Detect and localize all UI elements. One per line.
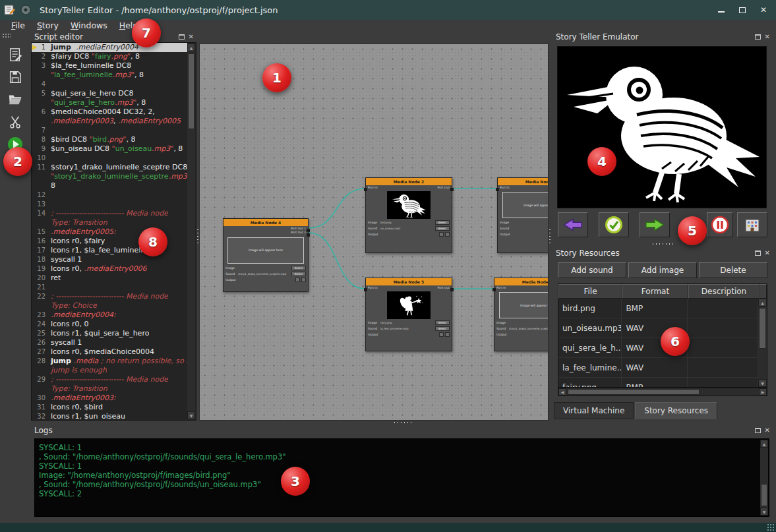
- scroll-up-icon[interactable]: ▲: [758, 299, 767, 307]
- media-node[interactable]: Media Node 4Port Out 1Port Out 2Image wi…: [223, 218, 309, 292]
- node-action-icon[interactable]: [439, 332, 444, 337]
- scroll-left-icon[interactable]: ◀: [558, 388, 566, 396]
- code-line[interactable]: 8$bird DC8 "bird.png", 8: [32, 135, 187, 144]
- close-icon[interactable]: ✕: [189, 34, 194, 40]
- code-line[interactable]: 31lcons r0, $bird: [32, 403, 187, 412]
- code-line[interactable]: 7: [32, 126, 187, 135]
- code-line[interactable]: 5$qui_sera_le_hero DC8: [32, 89, 187, 98]
- code-line[interactable]: 25lcons r1, $qui_sera_le_hero: [32, 329, 187, 338]
- code-line[interactable]: .mediaEntry0003, .mediaEntry0005: [32, 117, 187, 126]
- select-button[interactable]: Select: [435, 226, 450, 231]
- code-line[interactable]: 20ret: [32, 274, 187, 283]
- scrollbar-thumb[interactable]: [568, 389, 700, 395]
- scroll-down-icon[interactable]: ▼: [758, 379, 767, 387]
- code-line[interactable]: "qui_sera_le_hero.mp3", 8: [32, 98, 187, 107]
- float-icon[interactable]: [755, 251, 761, 256]
- scrollbar-thumb[interactable]: [759, 308, 766, 349]
- node-action-icon[interactable]: [445, 232, 450, 237]
- table-scrollbar[interactable]: ▲ ▼: [758, 299, 767, 387]
- maximize-button[interactable]: [734, 3, 751, 16]
- code-line[interactable]: 1jump .mediaEntry0004: [32, 43, 187, 52]
- dock-tab-story-resources[interactable]: Story Resources: [635, 402, 717, 419]
- scrollbar-thumb[interactable]: [761, 484, 767, 506]
- select-button[interactable]: Select: [291, 272, 306, 276]
- code-line[interactable]: jump is enough: [32, 366, 187, 375]
- input-port[interactable]: [496, 188, 499, 191]
- node-canvas[interactable]: Media Node 4Port Out 1Port Out 2Image wi…: [199, 44, 549, 421]
- open-button[interactable]: [6, 91, 24, 108]
- code-line[interactable]: "story1_drako_luminelle_sceptre.mp3",: [32, 172, 187, 181]
- input-port[interactable]: [364, 188, 367, 191]
- splitter-bottom-grip[interactable]: [393, 421, 413, 425]
- code-line[interactable]: 27lcons r0, $mediaChoice0004: [32, 347, 187, 357]
- code-line[interactable]: 6$mediaChoice0004 DC32, 2,: [32, 107, 187, 117]
- input-port[interactable]: [492, 288, 496, 291]
- code-line[interactable]: 8: [32, 181, 187, 191]
- column-header-file[interactable]: File: [558, 284, 622, 299]
- save-button[interactable]: [6, 69, 24, 86]
- code-line[interactable]: 30.mediaEntry0003:: [32, 394, 187, 403]
- output-port[interactable]: [450, 288, 454, 291]
- code-line[interactable]: 2$fairy DC8 "fairy.png", 8: [32, 52, 187, 61]
- scroll-up-icon[interactable]: ▲: [187, 44, 195, 51]
- media-node[interactable]: Media Node 5Port InPort OutImagefairy.pn…: [365, 278, 452, 351]
- code-line[interactable]: 3$la_fee_luminelle DC8: [32, 61, 187, 71]
- toolbar-handle[interactable]: [2, 33, 11, 38]
- code-line[interactable]: Type: Transition: [32, 384, 187, 394]
- code-line[interactable]: 21: [32, 283, 187, 292]
- column-header-format[interactable]: Format: [622, 284, 688, 299]
- editor-scrollbar[interactable]: ▲ ▼: [187, 44, 195, 419]
- code-line[interactable]: 11$story1_drako_luminelle_sceptre DC8: [32, 163, 187, 172]
- node-action-icon[interactable]: [439, 232, 444, 237]
- code-line[interactable]: 23.mediaEntry0004:: [32, 310, 187, 320]
- code-line[interactable]: 10: [32, 154, 187, 163]
- resource-row[interactable]: qui_sera_le_h...WAV: [558, 338, 758, 358]
- code-line[interactable]: 24lcons r0, 0: [32, 320, 187, 329]
- output-port[interactable]: [307, 233, 310, 237]
- resize-grip[interactable]: [767, 523, 774, 531]
- code-line[interactable]: 19lcons r0, .mediaEntry0006: [32, 264, 187, 274]
- home-building-button[interactable]: [737, 212, 767, 237]
- back-button[interactable]: [558, 212, 588, 237]
- media-node[interactable]: Media Node 6Port InImage will appear her…: [494, 278, 549, 351]
- logs-scrollbar[interactable]: ▲ ▼: [760, 440, 768, 516]
- node-action-icon[interactable]: [445, 332, 450, 337]
- new-script-button[interactable]: [6, 46, 24, 63]
- code-line[interactable]: 22; -------------------------- Media nod…: [32, 292, 187, 301]
- float-icon[interactable]: [755, 428, 761, 433]
- code-line[interactable]: "la_fee_luminelle.mp3", 8: [32, 71, 187, 80]
- close-icon[interactable]: ✕: [765, 427, 770, 434]
- output-port[interactable]: [307, 229, 310, 232]
- dock-splitter-grip[interactable]: [651, 243, 674, 246]
- cut-button[interactable]: [6, 113, 24, 131]
- pause-button[interactable]: [707, 212, 733, 237]
- resource-row[interactable]: fairy.pngBMP: [558, 378, 758, 387]
- code-line[interactable]: 28jump .media ; no return possible, so a: [32, 357, 187, 366]
- code-line[interactable]: 13: [32, 200, 187, 209]
- media-node[interactable]: Media Node 3Port InImage will appear her…: [497, 177, 549, 253]
- code-line[interactable]: 12: [32, 191, 187, 200]
- validate-button[interactable]: [599, 212, 629, 237]
- menu-windows[interactable]: Windows: [65, 20, 113, 32]
- column-header-description[interactable]: Description: [688, 284, 760, 299]
- node-action-icon[interactable]: [301, 278, 306, 282]
- scroll-down-icon[interactable]: ▼: [760, 508, 768, 516]
- menu-story[interactable]: Story: [31, 20, 65, 32]
- code-line[interactable]: Type: Transition: [32, 218, 187, 227]
- float-icon[interactable]: [179, 34, 185, 40]
- select-button[interactable]: Select: [435, 326, 450, 331]
- code-line[interactable]: 29; -------------------------- Media nod…: [32, 375, 187, 384]
- close-icon[interactable]: ✕: [765, 250, 770, 256]
- select-button[interactable]: Select: [435, 320, 450, 325]
- code-line[interactable]: 14; -------------------------- Media nod…: [32, 209, 187, 218]
- table-hscrollbar[interactable]: ◀ ▶: [558, 388, 767, 396]
- code-line[interactable]: 26syscall 1: [32, 338, 187, 347]
- logs-content[interactable]: SYSCALL: 1, Sound: "/home/anthony/ostpro…: [34, 438, 769, 517]
- resource-row[interactable]: un_oiseau.mp3WAV: [558, 318, 758, 338]
- code-line[interactable]: 32lcons r1, $un_oiseau: [32, 412, 187, 420]
- code-line[interactable]: 18syscall 1: [32, 255, 187, 264]
- add-image-button[interactable]: Add image: [628, 262, 697, 278]
- code-line[interactable]: Type: Choice: [32, 301, 187, 310]
- node-action-icon[interactable]: [295, 278, 300, 282]
- code-line[interactable]: 9$un_oiseau DC8 "un_oiseau.mp3", 8: [32, 144, 187, 154]
